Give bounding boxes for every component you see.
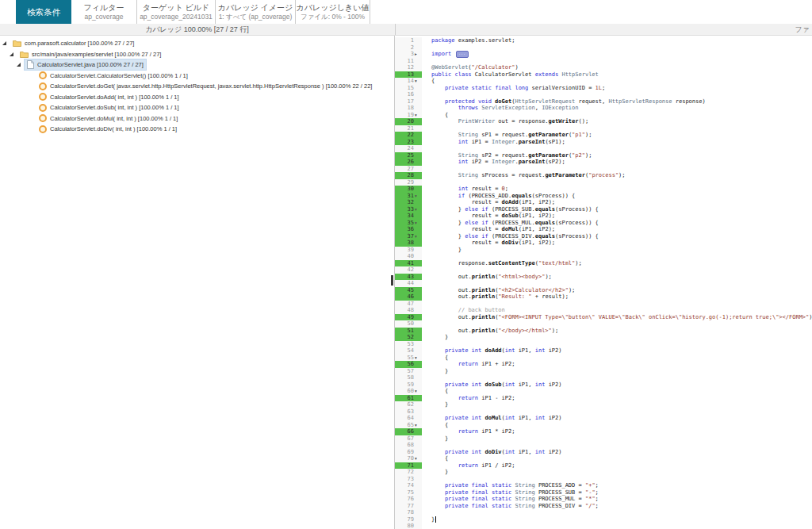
line-number-gutter[interactable]: 61 [395,395,422,402]
fold-toggle-icon[interactable]: ▾ [414,78,422,84]
line-number-gutter[interactable]: 14▾ [395,78,422,85]
line-number-gutter[interactable]: 67 [395,435,422,443]
tree-row-content[interactable]: CalculatorServlet.CalculatorServlet() [1… [36,70,191,81]
line-number-gutter[interactable]: 15 [395,85,422,92]
line-number-gutter[interactable]: 49 [395,314,422,321]
line-number-gutter[interactable]: 48 [395,307,422,314]
line-number-gutter[interactable]: 45 [395,287,422,294]
line-number-gutter[interactable]: 50 [395,320,422,328]
line-number-gutter[interactable]: 78 [395,509,422,516]
line-number-gutter[interactable]: 39 [395,247,422,254]
line-number-gutter[interactable]: 19▾ [395,112,422,119]
line-number-gutter[interactable]: 69 [395,449,422,456]
line-number-gutter[interactable]: 58 [395,374,422,381]
line-number-gutter[interactable]: 42 [395,266,422,274]
tab-2[interactable]: ターゲット ビルドap_coverage_20241031 [137,0,216,24]
fold-toggle-icon[interactable]: ▾ [414,355,422,361]
fold-toggle-icon[interactable]: ▾ [414,422,422,428]
collapsed-code-icon[interactable]: ··· [456,51,469,58]
fold-toggle-icon[interactable]: ▾ [414,455,422,462]
line-number-gutter[interactable]: 59 [395,381,422,389]
tree-row-content[interactable]: CalculatorServlet.doAdd( int, int ) [100… [36,91,182,102]
line-number-gutter[interactable]: 33▾ [395,206,422,213]
line-number-gutter[interactable]: 80 [395,523,422,529]
line-number-gutter[interactable]: 25 [395,152,422,159]
fold-toggle-icon[interactable]: ▾ [414,388,422,394]
line-number-gutter[interactable]: 77 [395,503,422,510]
line-number-gutter[interactable]: 18 [395,105,422,112]
line-number-gutter[interactable]: 16 [395,91,422,98]
line-number-gutter[interactable]: 17 [395,98,422,105]
line-number-gutter[interactable]: 46 [395,293,422,301]
line-number-gutter[interactable]: 52 [395,334,422,341]
tree-row[interactable]: CalculatorServlet.doDiv( int, int ) [100… [0,124,393,135]
line-number-gutter[interactable]: 24 [395,145,422,152]
line-number-gutter[interactable]: 53 [395,341,422,348]
tree-row-content[interactable]: com.parasoft.calculator [100.00% 27 / 27… [10,38,137,48]
tree-row[interactable]: CalculatorServlet.doAdd( int, int ) [100… [0,92,393,103]
line-number-gutter[interactable]: 40 [395,253,422,260]
tree-row[interactable]: src/main/java/examples/servlet [100.00% … [0,49,393,60]
tree-row[interactable]: CalculatorServlet.CalculatorServlet() [1… [0,71,393,82]
line-number-gutter[interactable]: 38 [395,240,422,247]
line-number-gutter[interactable]: 70▾ [395,455,422,462]
line-number-gutter[interactable]: 65▾ [395,422,422,429]
line-number-gutter[interactable]: 63 [395,408,422,416]
tab-1[interactable]: フィルターap_coverage [71,0,137,24]
line-number-gutter[interactable]: 26 [395,159,422,166]
line-number-gutter[interactable]: 12 [395,64,422,71]
line-number-gutter[interactable]: 44 [395,280,422,287]
line-number-gutter[interactable]: 71 [395,462,422,470]
tab-0[interactable]: 検索条件 [16,0,71,24]
tab-3[interactable]: カバレッジ イメージ1: すべて (ap_coverage) [216,0,296,24]
line-number-gutter[interactable]: 62 [395,401,422,408]
tree-row[interactable]: CalculatorServlet.java [100.00% 27 / 27] [0,59,393,71]
line-number-gutter[interactable]: 55▾ [395,355,422,362]
line-number-gutter[interactable]: 35▾ [395,220,422,227]
line-number-gutter[interactable]: 31▾ [395,193,422,200]
line-number-gutter[interactable]: 68 [395,442,422,449]
tree-row[interactable]: CalculatorServlet.doSub( int, int ) [100… [0,102,393,113]
line-number-gutter[interactable]: 72 [395,469,422,476]
line-number-gutter[interactable]: 54 [395,347,422,355]
line-number-gutter[interactable]: 47 [395,301,422,308]
tab-4[interactable]: カバレッジしきい値ファイル: 0% - 100% [296,0,370,24]
line-number-gutter[interactable]: 20 [395,118,422,125]
fold-toggle-icon[interactable]: ▾ [414,193,422,199]
line-number-gutter[interactable]: 21 [395,125,422,132]
tree-row-content[interactable]: CalculatorServlet.doGet( javax.servlet.h… [36,81,375,92]
tree-row-content[interactable]: CalculatorServlet.doDiv( int, int ) [100… [36,124,180,135]
line-number-gutter[interactable]: 73 [395,476,422,483]
line-number-gutter[interactable]: 34 [395,213,422,220]
line-number-gutter[interactable]: 66 [395,428,422,435]
fold-toggle-icon[interactable]: ▾ [414,233,422,240]
fold-toggle-icon[interactable]: ▾ [414,206,422,213]
tree-row[interactable]: CalculatorServlet.doGet( javax.servlet.h… [0,81,393,92]
line-number-gutter[interactable]: 23 [395,139,422,146]
line-number-gutter[interactable]: 3▸ [395,51,422,58]
line-number-gutter[interactable]: 36 [395,226,422,233]
expand-arrow-icon[interactable] [17,63,21,67]
line-number-gutter[interactable]: 75 [395,489,422,496]
expand-arrow-icon[interactable] [2,41,6,45]
line-number-gutter[interactable]: 41 [395,260,422,267]
line-number-gutter[interactable]: 29 [395,179,422,186]
tree-row-selected-content[interactable]: CalculatorServlet.java [100.00% 27 / 27] [24,59,147,71]
line-number-gutter[interactable]: 79 [395,516,422,523]
line-number-gutter[interactable]: 2 [395,44,422,52]
line-number-gutter[interactable]: 11 [395,58,422,65]
line-number-gutter[interactable]: 64 [395,415,422,422]
tree-row-content[interactable]: CalculatorServlet.doSub( int, int ) [100… [36,102,182,113]
fold-toggle-icon[interactable]: ▸ [414,51,422,57]
line-number-gutter[interactable]: 56 [395,361,422,368]
line-number-gutter[interactable]: 57 [395,368,422,375]
tree-row[interactable]: com.parasoft.calculator [100.00% 27 / 27… [0,38,393,49]
line-number-gutter[interactable]: 37▾ [395,233,422,240]
tree-row[interactable]: CalculatorServlet.doMul( int, int ) [100… [0,113,393,125]
fold-toggle-icon[interactable]: ▾ [414,112,422,118]
tree-row-content[interactable]: src/main/java/examples/servlet [100.00% … [17,49,164,59]
line-number-gutter[interactable]: 60▾ [395,388,422,395]
line-number-gutter[interactable]: 13 [395,71,422,79]
tree-row-content[interactable]: CalculatorServlet.doMul( int, int ) [100… [36,113,181,124]
line-number-gutter[interactable]: 27 [395,166,422,173]
